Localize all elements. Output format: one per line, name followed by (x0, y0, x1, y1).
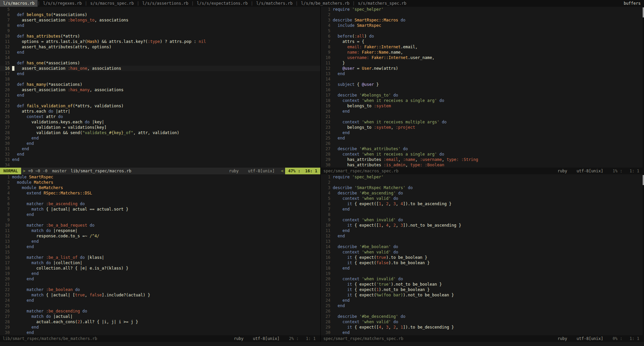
code-line: 20 end (321, 109, 644, 114)
statusline-macros: NORMAL > +0 ~0 -0 master lib/smart_rspec… (0, 168, 320, 174)
line-number: 2 (0, 180, 12, 185)
git-hunks: +0 ~0 -0 (27, 168, 48, 174)
code-line: 27 match do |actual| (0, 314, 320, 319)
code-line: 24 end (321, 130, 644, 135)
code-line: 2 (321, 12, 644, 17)
command-line[interactable] (0, 342, 644, 346)
code-line: 29 end (0, 325, 320, 330)
tab-l-s-m-be-matchers-rb[interactable]: l/s/m/be_matchers.rb (298, 0, 353, 7)
vim-window: l/s/macros.rb|l/s/s/regexes.rb|s/s/macro… (0, 0, 644, 346)
filetype-indicator: ruby (553, 335, 572, 342)
code-line: 22 context 'when it receives multiple ar… (321, 119, 644, 125)
code-line: 25 (0, 303, 320, 308)
line-number: 18 (321, 98, 333, 103)
code-area-matchers-spec[interactable]: 1require 'spec_helper'23describe 'SmartR… (321, 174, 644, 335)
line-number: 17 (0, 71, 12, 76)
line-number: 3 (0, 185, 12, 190)
line-number: 11 (321, 228, 333, 233)
tab-l-s-s-assertions-rb[interactable]: l/s/s/assertions.rb (139, 0, 191, 7)
encoding-indicator: utf-8[unix] (248, 335, 284, 342)
left-column: 56 def belongs_to(*associations)7 assert… (0, 7, 321, 342)
line-number: 19 (0, 82, 12, 87)
line-number: 12 (321, 66, 333, 71)
tab-separator: | (137, 0, 139, 7)
editor-splits: 56 def belongs_to(*associations)7 assert… (0, 7, 644, 342)
tab-l-s-macros-rb[interactable]: l/s/macros.rb (0, 0, 38, 7)
code-line: 26 validations.keys.each do |key| (0, 119, 320, 125)
line-number: 13 (0, 50, 12, 55)
line-number: 29 (0, 135, 12, 141)
code-area-be-matchers[interactable]: 1module SmartRspec2 module Matchers3 mod… (0, 174, 320, 335)
pane-matchers-spec: 1require 'spec_helper'23describe 'SmartR… (321, 174, 644, 335)
line-number: 27 (0, 314, 12, 319)
line-number: 9 (0, 217, 12, 223)
tab-separator: | (353, 0, 355, 7)
line-number: 20 (0, 276, 12, 282)
code-line: 26 (321, 308, 644, 314)
code-line: 17 describe '#belongs_to' do (321, 93, 644, 98)
line-number: 16 (0, 66, 12, 71)
line-number: 32 (0, 152, 12, 157)
tab-l-s-matchers-rb[interactable]: l/s/matchers.rb (253, 0, 296, 7)
code-line: 23 belongs_to :system, :project (321, 125, 644, 130)
tab-s-s-macros-spec-rb[interactable]: s/s/macros_spec.rb (87, 0, 137, 7)
line-number: 13 (321, 239, 333, 244)
line-number: 26 (0, 119, 12, 125)
scrollbar[interactable] (643, 7, 644, 168)
tab-s-s-matchers-spec-rb[interactable]: s/s/matchers_spec.rb (355, 0, 410, 7)
line-number: 12 (321, 233, 333, 239)
code-line: 17 it { expect(false).to be_boolean } (321, 260, 644, 266)
statusline-spacer (406, 335, 553, 342)
code-line: 27 describe '#be_descending' do (321, 314, 644, 319)
line-number: 30 (321, 330, 333, 335)
code-line: 23 match { |actual| [true, false].includ… (0, 292, 320, 298)
code-line: 15 (0, 249, 320, 255)
statusline-macros-spec: spec/smart_rspec/macros_spec.rb ruby utf… (321, 168, 644, 174)
tab-separator: | (296, 0, 298, 7)
line-number: 6 (0, 12, 12, 17)
code-area-macros[interactable]: 56 def belongs_to(*associations)7 assert… (0, 7, 320, 168)
code-line: 6 def belongs_to(*associations) (0, 12, 320, 17)
tab-l-s-s-regexes-rb[interactable]: l/s/s/regexes.rb (40, 0, 85, 7)
code-area-macros-spec[interactable]: 1require 'spec_helper'23describe SmartRs… (321, 7, 644, 168)
code-line: 3describe SmartRspec::Macros do (321, 17, 644, 23)
code-line: 16 it { expect(true).to be_boolean } (321, 255, 644, 260)
line-number: 12 (0, 233, 12, 239)
code-line: 19 belongs_to :system (321, 103, 644, 109)
code-line: 14 end (0, 244, 320, 249)
filetype-indicator: ruby (229, 335, 248, 342)
encoding-indicator: utf-8[unix] (572, 335, 608, 342)
code-line: 7 match { |actual| actual == actual.sort… (0, 207, 320, 212)
code-line: 30 end (0, 330, 320, 335)
line-number: 14 (321, 76, 333, 82)
line-number: 3 (321, 17, 333, 23)
code-line: 32 end (0, 152, 320, 157)
line-number: 8 (0, 212, 12, 217)
line-number: 26 (321, 308, 333, 314)
code-line: 8 end (0, 212, 320, 217)
line-number: 10 (321, 55, 333, 60)
line-number: 28 (0, 130, 12, 135)
scrollbar-thumb[interactable] (643, 175, 644, 185)
tabline: l/s/macros.rb|l/s/s/regexes.rb|s/s/macro… (0, 0, 644, 7)
code-line: 29 end (0, 135, 320, 141)
line-number: 19 (0, 271, 12, 276)
line-number: 18 (0, 76, 12, 82)
pane-macros: 56 def belongs_to(*associations)7 assert… (0, 7, 320, 168)
line-number: 26 (0, 308, 12, 314)
code-line: 19 (321, 271, 644, 276)
line-number: 21 (321, 114, 333, 119)
scrollbar-thumb[interactable] (643, 7, 644, 17)
line-number: 6 (321, 201, 333, 207)
tab-l-s-s-expectations-rb[interactable]: l/s/s/expectations.rb (194, 0, 251, 7)
code-line: 14 describe '#be_boolean' do (321, 244, 644, 249)
code-line: 25 end (321, 303, 644, 308)
code-line: 12 assert_has_attributes(attrs, options) (0, 44, 320, 50)
filetype-indicator: ruby (224, 168, 244, 174)
code-line: 8 (321, 212, 644, 217)
line-number: 20 (0, 87, 12, 93)
code-line: 26 (321, 141, 644, 146)
scrollbar[interactable] (643, 174, 644, 335)
code-line: 22 matcher :be_boolean do (0, 287, 320, 292)
line-number: 10 (0, 223, 12, 228)
